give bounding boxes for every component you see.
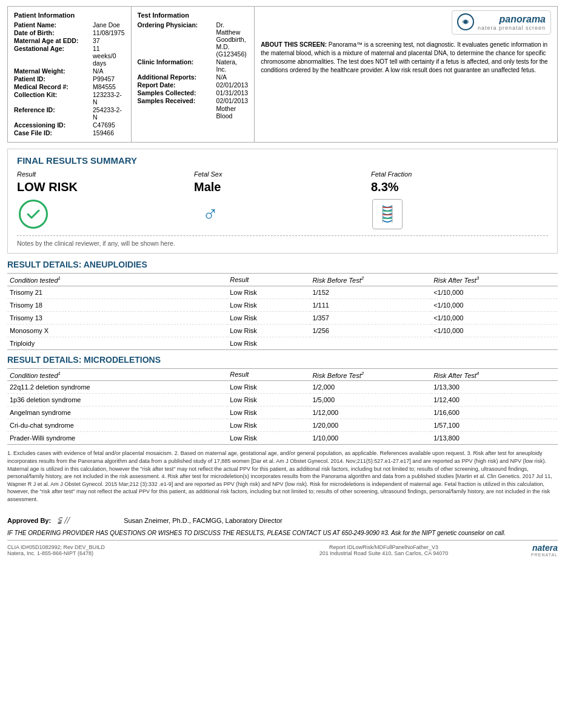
clia-id: CLIA ID#05D1082992; Rev DEV_BUILD — [7, 544, 258, 550]
table-row: 1p36 deletion syndrome Low Risk 1/5,000 … — [7, 394, 558, 406]
gestational-age-label: Gestational Age: — [14, 45, 93, 67]
male-symbol-icon: ♂ — [202, 201, 219, 227]
contact-line: IF THE ORDERING PROVIDER HAS QUESTIONS O… — [7, 530, 558, 536]
risk-before-cell — [310, 337, 431, 349]
clinic-info-row: Clinic Information: Natera, Inc. — [138, 58, 249, 73]
microdeletions-table: Condition tested1 Result Risk Before Tes… — [7, 368, 558, 445]
dob-value: 11/08/1975 — [93, 29, 125, 36]
microdeletions-col-result: Result — [227, 368, 310, 381]
fetal-fraction-icon — [371, 198, 404, 231]
condition-cell: Trisomy 21 — [7, 286, 227, 298]
samples-collected-value: 01/31/2013 — [216, 89, 249, 96]
result-cell: Low Risk — [227, 406, 310, 419]
gestational-age-row: Gestational Age: 11 weeks/0 days — [14, 45, 125, 67]
fetal-fraction-value: 8.3% — [371, 180, 536, 194]
risk-before-cell: 1/357 — [310, 311, 431, 324]
condition-cell: Trisomy 18 — [7, 298, 227, 311]
case-file-label: Case File ID: — [14, 129, 93, 136]
table-row: Trisomy 18 Low Risk 1/111 <1/10,000 — [7, 298, 558, 311]
natera-logo-area: panorama natera prenatal screen — [255, 7, 557, 36]
condition-cell: 1p36 deletion syndrome — [7, 394, 227, 406]
maternal-weight-row: Maternal Weight: N/A — [14, 67, 125, 75]
approval-section: Approved By: ⫋ // Susan Zneimer, Ph.D., … — [7, 515, 558, 526]
final-results-summary: FINAL RESULTS SUMMARY Result LOW RISK Fe… — [7, 149, 558, 254]
condition-cell: Monosomy X — [7, 324, 227, 337]
address-line: 201 Industrial Road Suite 410, San Carlo… — [258, 550, 509, 556]
additional-reports-row: Additional Reports: N/A — [138, 73, 249, 81]
table-row: Angelman syndrome Low Risk 1/12,000 1/16… — [7, 406, 558, 419]
aneuploidies-section: RESULT DETAILS: ANEUPLOIDIES Condition t… — [7, 260, 558, 350]
additional-reports-label: Additional Reports: — [138, 73, 216, 81]
natera-prenatal-text: natera prenatal screen — [478, 25, 546, 31]
table-row: Monosomy X Low Risk 1/256 <1/10,000 — [7, 324, 558, 337]
fetal-fraction-label: Fetal Fraction — [371, 170, 536, 178]
reference-id-value: 254233-2-N — [93, 106, 125, 121]
result-cell: Low Risk — [227, 432, 310, 445]
samples-collected-label: Samples Collected: — [138, 89, 216, 96]
risk-before-cell: 1/5,000 — [310, 394, 431, 406]
fetal-fraction-col: Fetal Fraction 8.3% — [371, 170, 548, 231]
microdeletions-title: RESULT DETAILS: MICRODELETIONS — [7, 355, 558, 365]
accession-id-label: Accessioning ID: — [14, 121, 93, 129]
samples-received-row: Samples Received: 02/01/2013 — [138, 97, 249, 104]
clinic-info-label: Clinic Information: — [138, 58, 216, 73]
footnotes-section: 1. Excludes cases with evidence of fetal… — [7, 450, 558, 503]
additional-reports-value: N/A — [216, 73, 227, 81]
header-section: Patient Information Patient Name: Jane D… — [7, 6, 558, 143]
patient-name-value: Jane Doe — [93, 21, 120, 29]
about-section: ABOUT THIS SCREEN: Panorama™ is a screen… — [255, 36, 557, 142]
microdeletions-col-risk-after: Risk After Test4 — [431, 368, 558, 381]
samples-received-value: 02/01/2013 — [216, 97, 249, 104]
patient-id-label: Patient ID: — [14, 75, 93, 83]
fetal-sex-icon: ♂ — [194, 198, 227, 231]
patient-info-panel: Patient Information Patient Name: Jane D… — [8, 7, 132, 142]
aneuploidies-col-risk-before: Risk Before Test2 — [310, 274, 431, 286]
condition-cell: Triploidy — [7, 337, 227, 349]
accession-id-row: Accessioning ID: C47695 — [14, 121, 125, 129]
condition-cell: Trisomy 13 — [7, 311, 227, 324]
risk-after-cell: <1/10,000 — [431, 311, 558, 324]
table-row: Prader-Willi syndrome Low Risk 1/10,000 … — [7, 432, 558, 445]
footer-center: Report IDLowRisk/MDFullPanelNoFather_V3 … — [258, 544, 509, 556]
result-cell: Low Risk — [227, 286, 310, 298]
samples-collected-row: Samples Collected: 01/31/2013 — [138, 89, 249, 96]
page: Patient Information Patient Name: Jane D… — [0, 0, 565, 563]
microdeletions-header-row: Condition tested1 Result Risk Before Tes… — [7, 368, 558, 381]
result-cell: Low Risk — [227, 419, 310, 432]
footer-logo-area: natera PRENATAL — [509, 543, 558, 557]
footnotes-text: 1. Excludes cases with evidence of fetal… — [7, 450, 552, 502]
final-results-title: FINAL RESULTS SUMMARY — [17, 155, 548, 166]
risk-before-cell: 1/20,000 — [310, 419, 431, 432]
result-icon — [17, 198, 50, 231]
maternal-age-row: Maternal Age at EDD: 37 — [14, 37, 125, 44]
samples-received-label: Samples Received: — [138, 97, 216, 104]
medical-record-row: Medical Record #: M84555 — [14, 83, 125, 90]
medical-record-value: M84555 — [93, 83, 116, 90]
maternal-age-value: 37 — [93, 37, 100, 44]
patient-id-row: Patient ID: P99457 — [14, 75, 125, 83]
collection-kit-value: 123233-2-N — [93, 91, 125, 106]
top-right-panel: panorama natera prenatal screen ABOUT TH… — [255, 7, 557, 142]
risk-before-cell: 1/2,000 — [310, 381, 431, 394]
aneuploidies-header-row: Condition tested1 Result Risk Before Tes… — [7, 274, 558, 286]
risk-after-cell: 1/13,800 — [431, 432, 558, 445]
result-cell: Low Risk — [227, 337, 310, 349]
risk-after-cell: <1/10,000 — [431, 324, 558, 337]
report-id: Report IDLowRisk/MDFullPanelNoFather_V3 — [258, 544, 509, 550]
report-date-row: Report Date: 02/01/2013 — [138, 81, 249, 89]
report-date-label: Report Date: — [138, 81, 216, 89]
about-title: ABOUT THIS SCREEN: — [261, 41, 327, 48]
footer-left: CLIA ID#05D1082992; Rev DEV_BUILD Natera… — [7, 544, 258, 556]
risk-after-cell: <1/10,000 — [431, 298, 558, 311]
signature-image: ⫋ // — [57, 515, 118, 526]
accession-id-value: C47695 — [93, 121, 115, 129]
aneuploidies-col-risk-after: Risk After Test3 — [431, 274, 558, 286]
aneuploidies-table: Condition tested1 Result Risk Before Tes… — [7, 273, 558, 350]
gestational-age-value: 11 weeks/0 days — [93, 45, 125, 67]
result-label: Result — [17, 170, 182, 178]
risk-before-cell: 1/111 — [310, 298, 431, 311]
microdeletions-section: RESULT DETAILS: MICRODELETIONS Condition… — [7, 355, 558, 445]
test-info-panel: Test Information Ordering Physician: Dr.… — [132, 7, 255, 142]
patient-name-row: Patient Name: Jane Doe — [14, 21, 125, 29]
risk-after-cell: 1/16,600 — [431, 406, 558, 419]
